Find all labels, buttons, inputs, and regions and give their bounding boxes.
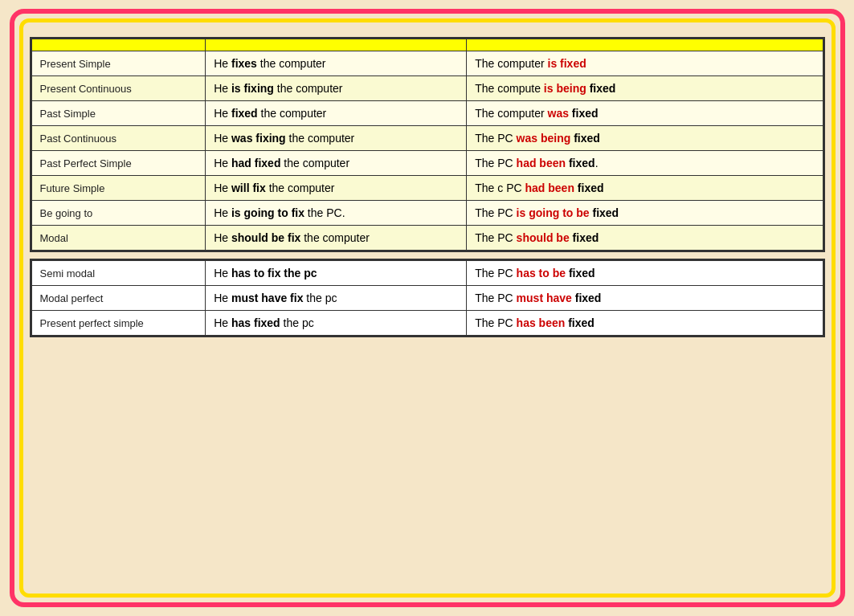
table-row: Past Perfect Simple He had fixed the com… bbox=[31, 151, 823, 176]
passive-cell: The computer was fixed bbox=[467, 101, 823, 126]
table-row: Be going to He is going to fix the PC. T… bbox=[31, 201, 823, 226]
passive-cell: The PC was being fixed bbox=[467, 126, 823, 151]
active-cell: He has to fix the pc bbox=[206, 261, 467, 286]
tense-cell: Present Continuous bbox=[31, 76, 206, 101]
active-cell: He was fixing the computer bbox=[206, 126, 467, 151]
tense-cell: Future Simple bbox=[31, 176, 206, 201]
passive-cell: The computer is fixed bbox=[467, 51, 823, 76]
table-row: Modal perfect He must have fix the pc Th… bbox=[31, 286, 823, 311]
tense-cell: Past Perfect Simple bbox=[31, 151, 206, 176]
active-cell: He is fixing the computer bbox=[206, 76, 467, 101]
passive-cell: The PC has to be fixed bbox=[467, 261, 823, 286]
table-row: Present Continuous He is fixing the comp… bbox=[31, 76, 823, 101]
table-row: Present Simple He fixes the computer The… bbox=[31, 51, 823, 76]
active-cell: He fixes the computer bbox=[206, 51, 467, 76]
passive-cell: The PC is going to be fixed bbox=[467, 201, 823, 226]
passive-cell: The PC must have fixed bbox=[467, 286, 823, 311]
tense-cell: Be going to bbox=[31, 201, 206, 226]
table-row: Future Simple He will fix the computer T… bbox=[31, 176, 823, 201]
outer-border: Present Simple He fixes the computer The… bbox=[10, 9, 845, 607]
passive-cell: The compute is being fixed bbox=[467, 76, 823, 101]
active-cell: He will fix the computer bbox=[206, 176, 467, 201]
active-cell: He has fixed the pc bbox=[206, 311, 467, 336]
passive-cell: The PC should be fixed bbox=[467, 226, 823, 251]
bottom-table: Semi modal He has to fix the pc The PC h… bbox=[30, 259, 825, 337]
header-passive bbox=[467, 39, 823, 51]
table-row: Past Simple He fixed the computer The co… bbox=[31, 101, 823, 126]
active-cell: He should be fix the computer bbox=[206, 226, 467, 251]
active-cell: He is going to fix the PC. bbox=[206, 201, 467, 226]
tense-cell: Past Simple bbox=[31, 101, 206, 126]
passive-cell: The PC had been fixed. bbox=[467, 151, 823, 176]
table-row: Past Continuous He was fixing the comput… bbox=[31, 126, 823, 151]
tense-cell: Present perfect simple bbox=[31, 311, 206, 336]
table-row: Present perfect simple He has fixed the … bbox=[31, 311, 823, 336]
tense-cell: Semi modal bbox=[31, 261, 206, 286]
table-row: Modal He should be fix the computer The … bbox=[31, 226, 823, 251]
inner-border: Present Simple He fixes the computer The… bbox=[19, 18, 836, 598]
active-cell: He had fixed the computer bbox=[206, 151, 467, 176]
active-cell: He must have fix the pc bbox=[206, 286, 467, 311]
tense-cell: Modal perfect bbox=[31, 286, 206, 311]
active-cell: He fixed the computer bbox=[206, 101, 467, 126]
header-active bbox=[206, 39, 467, 51]
passive-cell: The c PC had been fixed bbox=[467, 176, 823, 201]
tense-cell: Present Simple bbox=[31, 51, 206, 76]
main-table: Present Simple He fixes the computer The… bbox=[30, 37, 825, 252]
table-row: Semi modal He has to fix the pc The PC h… bbox=[31, 261, 823, 286]
passive-cell: The PC has been fixed bbox=[467, 311, 823, 336]
tense-cell: Past Continuous bbox=[31, 126, 206, 151]
tense-cell: Modal bbox=[31, 226, 206, 251]
header-tenses bbox=[31, 39, 206, 51]
